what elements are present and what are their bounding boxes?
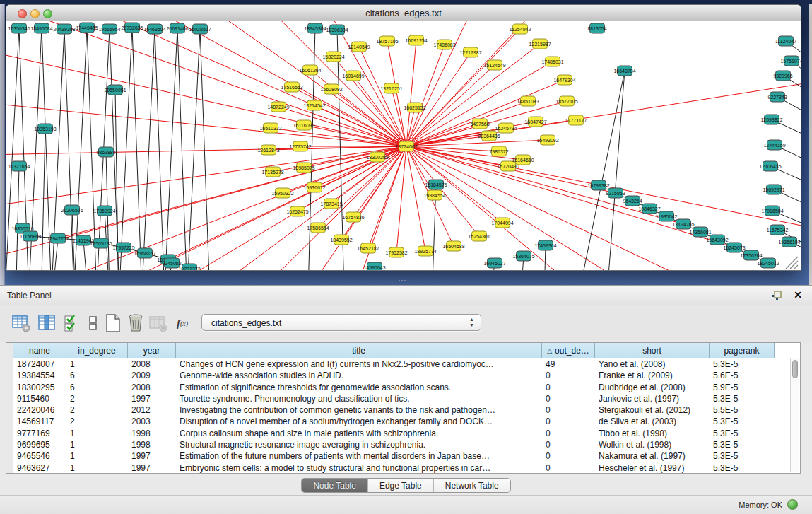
table-settings-icon[interactable] — [11, 313, 31, 333]
graph-node[interactable]: 15028507 — [192, 24, 208, 35]
graph-node[interactable]: 15720490 — [500, 161, 516, 172]
split-pane-handle[interactable] — [398, 279, 406, 284]
graph-node[interactable]: 12106435 — [763, 161, 778, 172]
function-builder-icon[interactable]: f(x) — [172, 313, 192, 333]
graph-node[interactable]: 6497568 — [472, 119, 488, 129]
graph-node[interactable]: 12444159 — [767, 140, 782, 151]
graph-node[interactable]: 16625152 — [407, 103, 423, 113]
graph-node[interactable]: 19306304 — [329, 25, 345, 35]
graph-node[interactable]: 16648784 — [617, 66, 632, 76]
graph-node[interactable]: 16452187 — [360, 243, 376, 254]
graph-edge[interactable] — [406, 146, 425, 251]
graph-node[interactable]: 19384554 — [427, 190, 442, 201]
graph-node[interactable]: 11321654 — [11, 161, 27, 172]
network-window-titlebar[interactable]: citations_edges.txt — [6, 5, 801, 21]
selection-mode-icon[interactable] — [62, 313, 82, 333]
graph-node[interactable]: 15184575 — [428, 180, 444, 190]
column-header-in_degree[interactable]: in_degree — [66, 343, 128, 358]
graph-node[interactable]: 17516553 — [284, 82, 300, 93]
graph-node[interactable]: 15254301 — [471, 231, 487, 242]
column-header-name[interactable]: name — [13, 343, 66, 358]
column-header-pagerank[interactable]: pagerank — [710, 343, 775, 358]
graph-node[interactable]: 14851083 — [520, 96, 536, 107]
graph-node[interactable]: 18439552 — [334, 235, 349, 245]
graph-edge[interactable] — [15, 166, 19, 271]
graph-node[interactable]: 17873415 — [324, 199, 339, 209]
graph-edge[interactable] — [200, 29, 211, 271]
float-window-icon[interactable] — [771, 291, 782, 301]
graph-node[interactable]: 18577105 — [559, 96, 575, 107]
graph-node[interactable]: 15936612 — [307, 182, 322, 193]
graph-node[interactable]: 17135278 — [265, 167, 281, 177]
tab-network-table[interactable]: Network Table — [434, 479, 510, 492]
graph-node[interactable]: 16463504 — [147, 24, 163, 35]
graph-node[interactable]: 12140549 — [351, 42, 367, 52]
table-row[interactable]: 946362711997Embryonic stem cells: a mode… — [13, 462, 790, 473]
graph-edge[interactable] — [406, 52, 471, 146]
scrollbar-thumb[interactable] — [792, 360, 798, 378]
graph-node[interactable]: 16245734 — [498, 123, 514, 134]
graph-node[interactable]: 14356081 — [693, 227, 708, 238]
graph-node[interactable]: 10846327 — [642, 204, 657, 214]
graph-edge[interactable] — [406, 44, 540, 146]
graph-node[interactable]: 17485031 — [545, 57, 560, 67]
column-header-out_de[interactable]: △out_de… — [542, 343, 595, 358]
graph-node[interactable]: 8813054 — [589, 23, 605, 34]
graph-node[interactable]: 8215953 — [608, 188, 623, 199]
graph-edge[interactable] — [139, 29, 155, 271]
graph-node[interactable]: 16691254 — [408, 35, 424, 46]
table-row[interactable]: 946554611997Estimation of the future num… — [13, 450, 790, 462]
graph-edge[interactable] — [162, 28, 177, 271]
graph-node[interactable]: 16479304 — [557, 75, 572, 86]
graph-node[interactable]: 20364486 — [481, 131, 497, 141]
column-visibility-icon[interactable] — [37, 313, 57, 333]
graph-node[interactable]: 12505135 — [93, 238, 109, 249]
graph-node[interactable]: 17449455 — [79, 23, 95, 33]
graph-edge[interactable] — [6, 99, 406, 146]
memory-status-icon[interactable] — [787, 499, 798, 510]
graph-node[interactable]: 16061264 — [302, 65, 318, 76]
graph-edge[interactable] — [132, 28, 143, 271]
graph-node[interactable]: 11935042 — [659, 211, 674, 222]
graph-node[interactable]: 19565954 — [102, 24, 117, 35]
graph-node[interactable]: 15692971 — [766, 185, 782, 195]
graph-node[interactable]: 17044094 — [495, 218, 510, 228]
graph-node[interactable]: 10953193 — [37, 124, 53, 134]
graph-node[interactable]: 17771177 — [568, 115, 584, 126]
graph-node[interactable]: 16510332 — [263, 123, 278, 134]
graph-node[interactable]: 9862884 — [98, 147, 114, 158]
graph-node[interactable]: 9227343 — [770, 92, 785, 103]
table-row[interactable]: 1938455462009Genome-wide association stu… — [13, 370, 790, 381]
graph-node[interactable]: 15608092 — [324, 84, 339, 95]
graph-node[interactable]: 16245073 — [726, 243, 742, 253]
new-table-icon[interactable] — [103, 313, 123, 333]
graph-node[interactable]: 11124047 — [778, 36, 794, 47]
graph-node[interactable]: 13216251 — [384, 83, 399, 94]
table-row[interactable]: 969969511998Structural magnetic resonanc… — [13, 439, 790, 450]
graph-edge[interactable] — [406, 40, 416, 146]
graph-node[interactable]: 17485083 — [437, 40, 452, 50]
graph-node[interactable]: 17957225 — [116, 243, 131, 253]
table-row[interactable]: 911546021997Tourette syndrome. Phenomeno… — [13, 393, 790, 404]
graph-node[interactable]: 16252475 — [290, 206, 305, 217]
graph-node[interactable]: 11675342 — [770, 225, 785, 235]
graph-node[interactable]: 16116093 — [296, 120, 312, 131]
graph-edge[interactable] — [604, 71, 625, 271]
graph-node[interactable]: 13214542 — [307, 100, 322, 111]
window-resize-grip[interactable] — [783, 254, 799, 269]
graph-node[interactable]: 18757105 — [379, 36, 395, 47]
network-canvas[interactable]: 1872400715124549122179871748508316691254… — [6, 21, 801, 271]
graph-edge[interactable] — [406, 146, 734, 247]
graph-node[interactable]: 17952582 — [389, 247, 404, 258]
graph-node[interactable]: 11254942 — [512, 24, 528, 35]
graph-node[interactable]: 20691406 — [170, 23, 185, 34]
graph-edge[interactable] — [117, 28, 132, 271]
close-panel-icon[interactable]: ✕ — [794, 289, 802, 300]
graph-node[interactable]: 20732625 — [124, 23, 140, 33]
graph-edge[interactable] — [396, 146, 406, 252]
graph-node[interactable]: 15493092 — [540, 135, 555, 146]
graph-node[interactable]: 12215987 — [532, 39, 548, 49]
graph-node[interactable]: 10201372 — [182, 264, 197, 271]
graph-node[interactable]: 16945027 — [487, 258, 502, 269]
graph-node[interactable]: 18300295 — [370, 152, 385, 163]
